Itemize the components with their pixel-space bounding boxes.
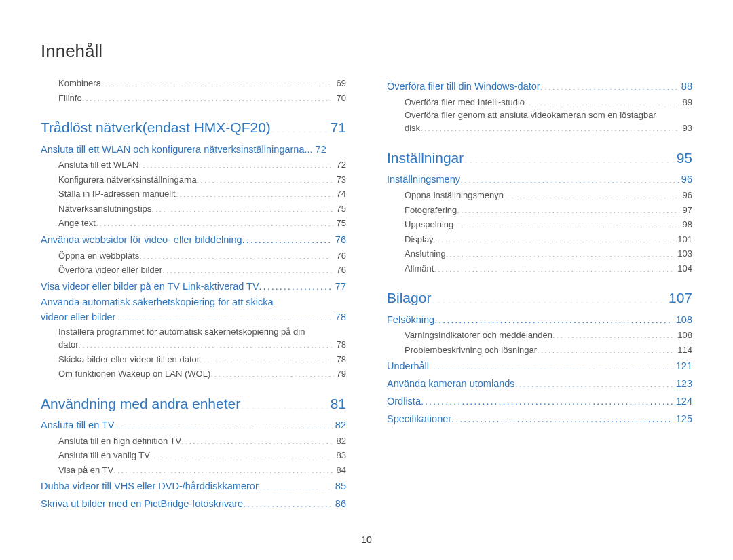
toc-entry[interactable]: Användning med andra enheter 81 <box>41 393 346 415</box>
toc-entry[interactable]: Ordlista 124 <box>387 394 692 409</box>
toc-entry[interactable]: Öppna inställningsmenyn 96 <box>405 189 692 202</box>
toc-entry[interactable]: Varningsindikatorer och meddelanden 108 <box>405 329 692 342</box>
toc-leader <box>434 234 675 242</box>
toc-label: disk <box>405 122 420 135</box>
toc-label: Ansluta till en vanlig TV <box>58 449 150 462</box>
toc-page: 103 <box>675 247 692 261</box>
toc-entry[interactable]: Ange text 75 <box>58 217 346 230</box>
toc-entry[interactable]: Ansluta till ett WLAN 72 <box>58 158 346 172</box>
toc-entry[interactable]: Filinfo 70 <box>58 92 346 105</box>
toc-entry[interactable]: Specifikationer 125 <box>387 412 692 427</box>
toc-label: Nätverksanslutningstips <box>58 202 151 216</box>
toc-leader <box>79 339 334 348</box>
toc-entry[interactable]: Felsökning 108 <box>387 313 692 328</box>
toc-leader <box>515 377 673 388</box>
toc-entry[interactable]: Ansluta till en TV 82 <box>41 418 346 433</box>
toc-label: Trådlöst nätverk(endast HMX-QF20) <box>41 117 271 138</box>
toc-entry[interactable]: Ansluta till en high definition TV 82 <box>58 434 346 448</box>
toc-entry[interactable]: Konfigurera nätverksinställningarna 73 <box>58 173 346 187</box>
toc-page: 71 <box>328 117 346 138</box>
toc-entry[interactable]: Bilagor 107 <box>387 287 692 309</box>
toc-entry[interactable]: disk 93 <box>405 122 692 135</box>
toc-entry[interactable]: Överföra filer till din Windows-dator 88 <box>387 79 692 94</box>
toc-entry[interactable]: Uppspelning 98 <box>405 218 692 231</box>
toc-label: Problembeskrivning och lösningar <box>405 343 537 357</box>
toc-label: Ansluta till ett WLAN och konfigurera nä… <box>41 143 304 157</box>
toc-leader <box>451 412 673 422</box>
toc-leader <box>457 204 679 213</box>
toc-leader <box>162 264 333 273</box>
toc-entry[interactable]: Trådlöst nätverk(endast HMX-QF20) 71 <box>41 117 346 138</box>
toc-entry[interactable]: Överföra videor eller bilder 76 <box>58 263 346 277</box>
toc-leader <box>453 219 679 227</box>
toc-entry[interactable]: Skriva ut bilder med en PictBridge-fotos… <box>41 497 346 512</box>
toc-label: Ansluta till ett WLAN <box>58 158 139 172</box>
toc-page: 93 <box>680 122 692 135</box>
toc-label: Allmänt <box>405 262 434 276</box>
toc-label: Ange text <box>58 217 96 230</box>
toc-page: 98 <box>680 218 692 231</box>
toc-entry[interactable]: Överföra filer med Intelli-studio 89 <box>405 96 692 109</box>
toc-label: Underhåll <box>387 359 429 374</box>
toc-leader <box>210 368 333 377</box>
toc-leader <box>151 203 333 212</box>
toc-label: Överföra filer med Intelli-studio <box>405 96 525 109</box>
toc-entry[interactable]: Nätverksanslutningstips 75 <box>58 202 346 216</box>
toc-entry[interactable]: Använda kameran utomlands 123 <box>387 377 692 392</box>
toc-label: dator <box>58 338 79 352</box>
toc-entry[interactable]: Underhåll 121 <box>387 359 692 374</box>
toc-entry[interactable]: Problembeskrivning och lösningar 114 <box>405 343 692 357</box>
toc-label: Överföra videor eller bilder <box>58 263 162 277</box>
toc-entry[interactable]: Visa på en TV 84 <box>58 464 346 477</box>
toc-entry[interactable]: Kombinera 69 <box>58 77 346 90</box>
page-number: 10 <box>0 534 733 545</box>
toc-page: 101 <box>675 233 692 246</box>
toc-leader <box>446 248 675 257</box>
toc-entry[interactable]: Ansluta till ett WLAN och konfigurera nä… <box>41 143 346 157</box>
toc-page: 79 <box>334 367 346 381</box>
toc-label: Display <box>405 233 434 246</box>
toc-page: 76 <box>334 263 346 277</box>
toc-leader <box>540 80 679 90</box>
toc-page: 108 <box>673 313 692 328</box>
toc-page: 72 <box>313 143 326 157</box>
toc-leader <box>420 122 679 131</box>
toc-entry[interactable]: Fotografering 97 <box>405 204 692 217</box>
toc-page: 123 <box>673 377 692 392</box>
toc-entry[interactable]: videor eller bilder 78 <box>41 310 346 325</box>
toc-page: 78 <box>333 310 346 325</box>
toc-label: Ansluta till en high definition TV <box>58 434 181 448</box>
toc-entry[interactable]: dator 78 <box>58 338 346 352</box>
toc-leader <box>197 174 334 183</box>
toc-entry[interactable]: Om funktionen Wakeup on LAN (WOL) 79 <box>58 367 346 381</box>
toc-label: Visa på en TV <box>58 464 113 477</box>
toc-leader <box>101 77 334 86</box>
toc-leader <box>464 149 673 163</box>
toc-page: 76 <box>333 233 346 248</box>
toc-entry[interactable]: Inställningsmeny 96 <box>387 172 692 187</box>
toc-entry[interactable]: Ställa in IP-adressen manuellt 74 <box>58 187 346 201</box>
toc-leader <box>115 311 332 321</box>
toc-entry[interactable]: Anslutning 103 <box>405 247 692 261</box>
toc-label: Ställa in IP-adressen manuellt <box>58 187 176 201</box>
toc-page: 82 <box>333 418 346 433</box>
toc-leader <box>96 217 334 226</box>
toc-entry[interactable]: Allmänt 104 <box>405 262 692 276</box>
toc-entry[interactable]: Dubba videor till VHS eller DVD-/hårddis… <box>41 479 346 494</box>
toc-label: Anslutning <box>405 247 446 261</box>
toc-label: Använda webbsidor för video- eller bildd… <box>41 233 242 248</box>
toc-leader <box>243 498 333 508</box>
toc-label: videor eller bilder <box>41 310 115 325</box>
toc-entry[interactable]: Skicka bilder eller videor till en dator… <box>58 353 346 367</box>
toc-entry[interactable]: Visa videor eller bilder på en TV Link-a… <box>41 280 346 295</box>
toc-label: Använda kameran utomlands <box>387 377 515 392</box>
toc-entry[interactable]: Ansluta till en vanlig TV 83 <box>58 449 346 462</box>
toc-label: Visa videor eller bilder på en TV Link-a… <box>41 280 259 295</box>
toc-leader <box>434 313 673 323</box>
toc-label: Skicka bilder eller videor till en dator <box>58 353 200 367</box>
toc-entry[interactable]: Använda webbsidor för video- eller bildd… <box>41 233 346 248</box>
toc-entry[interactable]: Display 101 <box>405 233 692 246</box>
toc-entry[interactable]: Inställningar 95 <box>387 147 692 169</box>
toc-entry[interactable]: Öppna en webbplats 76 <box>58 249 346 263</box>
toc-entry-first-line: Överföra filer genom att ansluta videoka… <box>405 110 692 120</box>
